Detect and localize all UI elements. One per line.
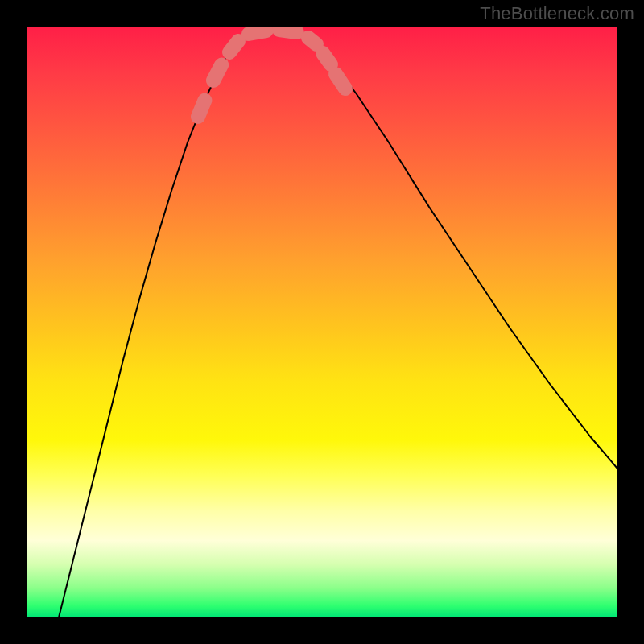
highlight-dash bbox=[336, 74, 345, 89]
highlight-dash bbox=[198, 93, 208, 117]
highlight-dash bbox=[229, 41, 238, 52]
curves-svg bbox=[27, 27, 617, 617]
curve-left bbox=[59, 33, 252, 617]
highlight-dash bbox=[323, 53, 331, 64]
plot-area bbox=[27, 27, 617, 617]
highlight-dash bbox=[279, 30, 297, 32]
curve-right bbox=[300, 33, 617, 469]
chart-stage: TheBottleneck.com bbox=[0, 0, 644, 644]
highlight-dash bbox=[213, 62, 223, 80]
highlight-dash bbox=[249, 31, 266, 34]
highlight-dash bbox=[308, 38, 316, 44]
highlight-markers bbox=[198, 30, 345, 117]
watermark-text: TheBottleneck.com bbox=[480, 3, 634, 24]
